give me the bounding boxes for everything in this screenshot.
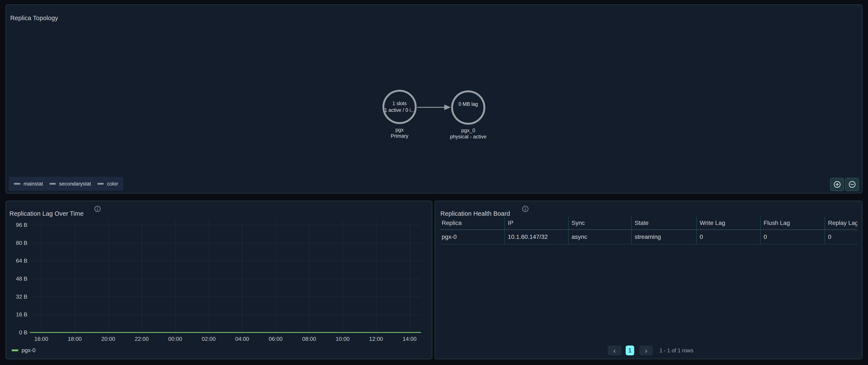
y-tick-label: 64 B <box>6 257 27 264</box>
column-header-replay-lag[interactable]: Replay Lag <box>825 217 857 229</box>
x-tick-label: 18:00 <box>66 336 84 342</box>
gridline <box>276 220 276 334</box>
column-header-flush-lag[interactable]: Flush Lag <box>760 217 825 229</box>
column-header-sync[interactable]: Sync <box>568 217 631 229</box>
info-icon[interactable] <box>522 205 529 212</box>
topology-legend: mainstat secondarystat color <box>9 177 123 191</box>
node-pgx_0-title: pgx_0 <box>423 127 513 134</box>
prev-page-button[interactable]: ‹ <box>608 345 621 355</box>
x-axis-labels: 16:00 18:00 20:00 22:00 00:00 02:00 04:0… <box>33 336 418 342</box>
gridline <box>108 220 108 334</box>
chevron-left-icon: ‹ <box>613 347 616 354</box>
x-tick-label: 06:00 <box>267 336 284 342</box>
y-tick-label: 32 B <box>6 293 27 300</box>
panel-title-replication-lag[interactable]: Replication Lag Over Time <box>9 210 84 217</box>
node-pgx-secondarystat: 1 active / 0 i... <box>384 107 415 114</box>
legend-color-swatch <box>50 183 56 185</box>
x-tick-label: 02:00 <box>200 336 217 342</box>
y-tick-label: 80 B <box>6 240 27 246</box>
edge-arrow-pgx-to-pgx_0 <box>417 103 451 112</box>
series-line-pgx-0 <box>30 332 421 333</box>
chevron-right-icon: › <box>645 347 647 354</box>
legend-item-secondarystat[interactable]: secondarystat <box>50 181 91 187</box>
legend-item-pgx-0[interactable]: pgx-0 <box>11 347 35 354</box>
circled-minus-icon <box>848 180 857 189</box>
column-header-write-lag[interactable]: Write Lag <box>696 217 760 229</box>
panel-replication-lag: Replication Lag Over Time 96 B 80 B 64 B… <box>6 201 432 359</box>
gridline <box>31 314 421 315</box>
panel-title-health-board[interactable]: Replication Health Board <box>440 210 510 217</box>
gridline <box>376 220 376 334</box>
node-pgx-circle: 1 slots 1 active / 0 i... <box>382 90 417 124</box>
legend-color-swatch <box>14 183 20 185</box>
x-tick-label: 04:00 <box>234 336 251 342</box>
gridline <box>31 225 421 225</box>
gridline <box>31 297 421 297</box>
node-pgx[interactable]: 1 slots 1 active / 0 i... pgx Primary <box>382 90 417 139</box>
zoom-in-button[interactable] <box>830 178 844 191</box>
y-tick-label: 96 B <box>6 222 27 228</box>
node-pgx_0-secondarystat <box>459 108 478 114</box>
next-page-button[interactable]: › <box>639 345 653 355</box>
x-tick-label: 12:00 <box>368 336 384 342</box>
panel-replication-health-board: Replication Health Board Replica IP Sync… <box>435 201 862 359</box>
cell-state: streaming <box>631 230 696 244</box>
x-tick-label: 14:00 <box>401 336 418 342</box>
legend-color-swatch <box>11 349 19 351</box>
gridline <box>309 220 310 334</box>
circled-plus-icon <box>833 180 841 189</box>
cell-ip: 10.1.60.147/32 <box>504 230 568 244</box>
cell-replay-lag: 0 <box>825 230 857 244</box>
y-tick-label: 48 B <box>6 276 27 282</box>
cell-write-lag: 0 <box>696 230 760 244</box>
cell-sync: async <box>568 230 631 244</box>
zoom-out-button[interactable] <box>845 178 859 191</box>
table-pagination: ‹ 1 › 1 - 1 of 1 rows <box>608 345 693 355</box>
gridline <box>209 220 209 334</box>
x-tick-label: 00:00 <box>167 336 184 342</box>
gridline <box>31 279 421 279</box>
health-table: Replica IP Sync State Write Lag Flush La… <box>440 217 857 245</box>
cell-replica: pgx-0 <box>440 230 504 244</box>
node-pgx-mainstat: 1 slots <box>384 100 415 107</box>
panel-title-replica-topology[interactable]: Replica Topology <box>10 15 58 22</box>
gridline <box>31 243 421 243</box>
gridline <box>31 261 421 261</box>
column-header-ip[interactable]: IP <box>504 217 568 229</box>
legend-item-color[interactable]: color <box>97 181 118 187</box>
gridline <box>410 220 410 334</box>
node-pgx_0-circle: 0 MB lag <box>451 90 485 125</box>
y-tick-label: 0 B <box>6 329 27 336</box>
y-tick-label: 16 B <box>6 311 27 318</box>
x-tick-label: 22:00 <box>133 336 150 342</box>
gridline <box>175 220 176 334</box>
gridline <box>242 220 243 334</box>
info-icon[interactable] <box>94 205 101 212</box>
gridline <box>41 220 42 334</box>
gridline <box>75 220 75 334</box>
column-header-replica[interactable]: Replica <box>440 217 504 229</box>
node-pgx_0-subtitle: physical - active <box>423 134 513 140</box>
node-pgx_0[interactable]: 0 MB lag pgx_0 physical - active <box>451 90 485 140</box>
column-header-state[interactable]: State <box>631 217 696 229</box>
gridline <box>142 220 142 334</box>
grafana-dashboard: Replica Topology 1 slots 1 active / 0 i.… <box>0 0 868 365</box>
legend-item-mainstat[interactable]: mainstat <box>14 181 43 187</box>
table-row: pgx-0 10.1.60.147/32 async streaming 0 0… <box>440 230 857 245</box>
node-pgx_0-mainstat: 0 MB lag <box>459 101 478 108</box>
topology-zoom-controls <box>830 178 859 191</box>
panel-replica-topology: Replica Topology 1 slots 1 active / 0 i.… <box>6 4 862 193</box>
x-tick-label: 16:00 <box>33 336 50 342</box>
cell-flush-lag: 0 <box>760 230 825 244</box>
legend-color-swatch <box>97 183 104 185</box>
x-tick-label: 08:00 <box>301 336 318 342</box>
page-1-button[interactable]: 1 <box>626 345 634 355</box>
row-count-text: 1 - 1 of 1 rows <box>659 347 693 354</box>
table-header-row: Replica IP Sync State Write Lag Flush La… <box>440 217 857 230</box>
x-tick-label: 10:00 <box>334 336 351 342</box>
gridline <box>343 220 343 334</box>
x-tick-label: 20:00 <box>100 336 117 342</box>
